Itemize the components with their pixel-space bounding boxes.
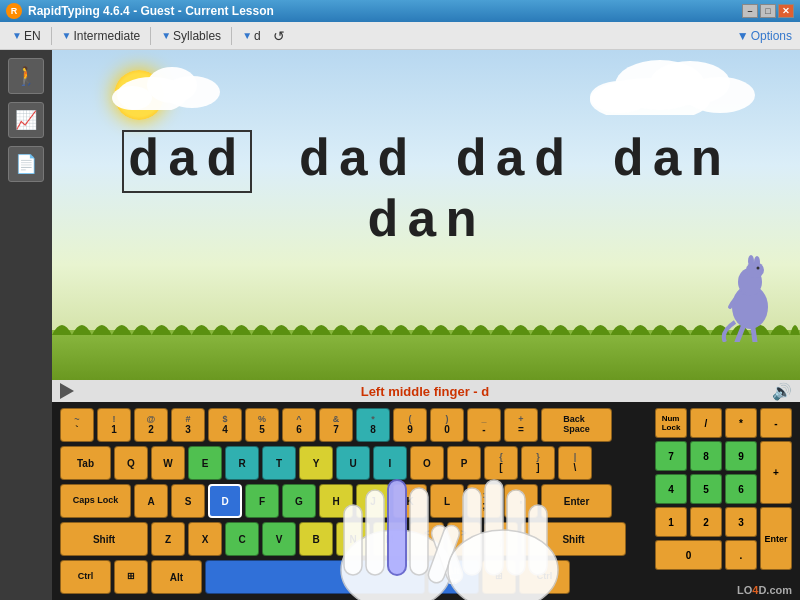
svg-point-8 [590, 81, 650, 113]
numpad-plus[interactable]: + [760, 441, 792, 504]
key-shift-left[interactable]: Shift [60, 522, 148, 556]
key-x[interactable]: X [188, 522, 222, 556]
key-c[interactable]: C [225, 522, 259, 556]
key-m[interactable]: M [373, 522, 407, 556]
sidebar-stats-button[interactable]: 📈 [8, 102, 44, 138]
numpad-enter[interactable]: Enter [760, 507, 792, 570]
key-lbracket[interactable]: {[ [484, 446, 518, 480]
key-g[interactable]: G [282, 484, 316, 518]
key-shift-right[interactable]: Shift [521, 522, 626, 556]
key-capslock[interactable]: Caps Lock [60, 484, 131, 518]
key-n[interactable]: N [336, 522, 370, 556]
numpad-dot[interactable]: . [725, 540, 757, 570]
key-q[interactable]: Q [114, 446, 148, 480]
numpad-minus[interactable]: - [760, 408, 792, 438]
key-k[interactable]: K [393, 484, 427, 518]
numpad-5[interactable]: 5 [690, 474, 722, 504]
key-v[interactable]: V [262, 522, 296, 556]
key-dropdown[interactable]: ▼ d [238, 27, 265, 45]
key-l[interactable]: L [430, 484, 464, 518]
key-comma[interactable]: <, [410, 522, 444, 556]
numpad-8[interactable]: 8 [690, 441, 722, 471]
key-enter[interactable]: Enter [541, 484, 612, 518]
numpad-7[interactable]: 7 [655, 441, 687, 471]
key-5[interactable]: %5 [245, 408, 279, 442]
key-0[interactable]: )0 [430, 408, 464, 442]
numpad-slash[interactable]: / [690, 408, 722, 438]
numpad-multiply[interactable]: * [725, 408, 757, 438]
key-t[interactable]: T [262, 446, 296, 480]
key-space[interactable] [205, 560, 425, 594]
numpad-6[interactable]: 6 [725, 474, 757, 504]
key-d[interactable]: D [208, 484, 242, 518]
key-4[interactable]: $4 [208, 408, 242, 442]
cloud-left [112, 60, 232, 110]
numpad-9[interactable]: 9 [725, 441, 757, 471]
key-period[interactable]: >. [447, 522, 481, 556]
key-slash[interactable]: ?/ [484, 522, 518, 556]
key-u[interactable]: U [336, 446, 370, 480]
key-win-left[interactable]: ⊞ [114, 560, 148, 594]
refresh-button[interactable]: ↺ [269, 28, 289, 44]
key-alt-left[interactable]: Alt [151, 560, 202, 594]
sidebar-lesson-list-button[interactable]: 📄 [8, 146, 44, 182]
key-ctrl-left[interactable]: Ctrl [60, 560, 111, 594]
key-j[interactable]: J [356, 484, 390, 518]
key-altgr[interactable]: AltGr [428, 560, 479, 594]
minimize-button[interactable]: – [742, 4, 758, 18]
key-s[interactable]: S [171, 484, 205, 518]
key-w[interactable]: W [151, 446, 185, 480]
key-y[interactable]: Y [299, 446, 333, 480]
language-dropdown[interactable]: ▼ EN [8, 27, 45, 45]
sidebar-lesson-button[interactable]: 🚶 [8, 58, 44, 94]
key-p[interactable]: P [447, 446, 481, 480]
key-backtick[interactable]: ~` [60, 408, 94, 442]
numpad-1[interactable]: 1 [655, 507, 687, 537]
key-equals[interactable]: += [504, 408, 538, 442]
key-a[interactable]: A [134, 484, 168, 518]
key-rbracket[interactable]: }] [521, 446, 555, 480]
key-tab[interactable]: Tab [60, 446, 111, 480]
key-e[interactable]: E [188, 446, 222, 480]
key-ctrl-right[interactable]: Ctrl [519, 560, 570, 594]
key-8[interactable]: *8 [356, 408, 390, 442]
key-backslash[interactable]: |\ [558, 446, 592, 480]
close-button[interactable]: ✕ [778, 4, 794, 18]
key-z[interactable]: Z [151, 522, 185, 556]
level-dropdown[interactable]: ▼ Intermediate [58, 27, 145, 45]
maximize-button[interactable]: □ [760, 4, 776, 18]
watermark: LO4D.com [737, 584, 792, 596]
key-r[interactable]: R [225, 446, 259, 480]
numpad-0[interactable]: 0 [655, 540, 722, 570]
svg-point-14 [757, 267, 760, 270]
numpad-3[interactable]: 3 [725, 507, 757, 537]
key-win-right[interactable]: ⊞ [482, 560, 516, 594]
numpad-2[interactable]: 2 [690, 507, 722, 537]
key-minus[interactable]: _- [467, 408, 501, 442]
options-button[interactable]: ▼ Options [737, 29, 792, 43]
key-6[interactable]: ^6 [282, 408, 316, 442]
numpad-numlock[interactable]: NumLock [655, 408, 687, 438]
key-b[interactable]: B [299, 522, 333, 556]
volume-icon[interactable]: 🔊 [772, 382, 792, 401]
sep1 [51, 27, 52, 45]
key-semicolon[interactable]: :; [467, 484, 501, 518]
key-9[interactable]: (9 [393, 408, 427, 442]
key-3[interactable]: #3 [171, 408, 205, 442]
key-7[interactable]: &7 [319, 408, 353, 442]
finger-hint-text: Left middle finger - [361, 384, 482, 399]
key-h[interactable]: H [319, 484, 353, 518]
cloud-right [580, 55, 760, 115]
key-quote[interactable]: "' [504, 484, 538, 518]
key-backspace[interactable]: BackSpace [541, 408, 612, 442]
key-i[interactable]: I [373, 446, 407, 480]
mode-dropdown[interactable]: ▼ Syllables [157, 27, 225, 45]
key-o[interactable]: O [410, 446, 444, 480]
key-2[interactable]: @2 [134, 408, 168, 442]
numpad-4[interactable]: 4 [655, 474, 687, 504]
toolbar: ▼ EN ▼ Intermediate ▼ Syllables ▼ d ↺ ▼ … [0, 22, 800, 50]
play-button[interactable] [60, 383, 74, 399]
key-1[interactable]: !1 [97, 408, 131, 442]
key-f[interactable]: F [245, 484, 279, 518]
svg-point-3 [112, 86, 152, 110]
